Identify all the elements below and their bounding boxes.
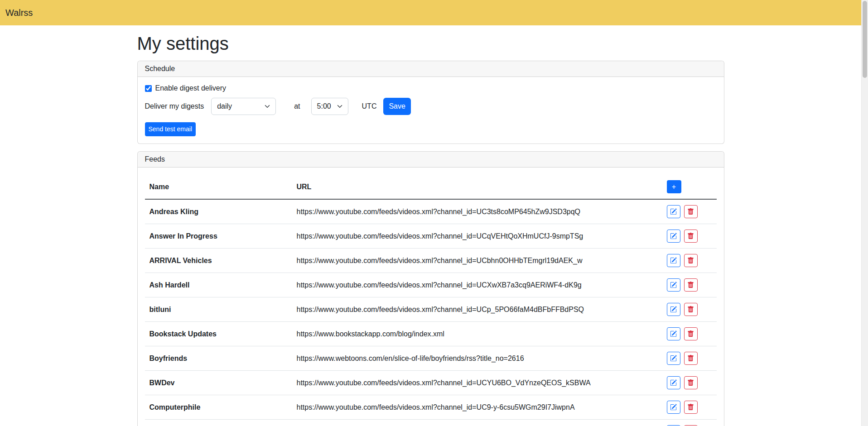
table-row: Fireship https://www.youtube.com/feeds/v… xyxy=(145,420,717,426)
feed-url: https://www.bookstackapp.com/blog/index.… xyxy=(292,322,662,346)
feed-url: https://www.youtube.com/feeds/videos.xml… xyxy=(292,420,662,426)
table-row: Answer In Progress https://www.youtube.c… xyxy=(145,224,717,249)
pencil-square-icon xyxy=(670,330,677,337)
table-row: Ash Hardell https://www.youtube.com/feed… xyxy=(145,273,717,297)
column-header-name: Name xyxy=(145,175,292,199)
deliver-label: Deliver my digests xyxy=(145,102,204,110)
enable-digest-label: Enable digest delivery xyxy=(155,84,227,92)
feed-url: https://www.youtube.com/feeds/videos.xml… xyxy=(292,224,662,249)
feed-url: https://www.youtube.com/feeds/videos.xml… xyxy=(292,249,662,273)
feed-actions xyxy=(662,346,717,371)
trash-icon xyxy=(687,257,694,264)
edit-feed-button[interactable] xyxy=(667,352,680,365)
table-row: ARRIVAL Vehicles https://www.youtube.com… xyxy=(145,249,717,273)
edit-feed-button[interactable] xyxy=(667,254,680,267)
table-row: Boyfriends https://www.webtoons.com/en/s… xyxy=(145,346,717,371)
feed-name: BWDev xyxy=(145,371,292,395)
column-header-url: URL xyxy=(292,175,662,199)
feed-url: https://www.youtube.com/feeds/videos.xml… xyxy=(292,297,662,322)
at-label: at xyxy=(294,102,300,110)
feed-url: https://www.youtube.com/feeds/videos.xml… xyxy=(292,371,662,395)
edit-feed-button[interactable] xyxy=(667,401,680,414)
pencil-square-icon xyxy=(670,233,677,239)
frequency-select[interactable]: daily xyxy=(211,98,276,115)
feed-name: bitluni xyxy=(145,297,292,322)
trash-icon xyxy=(687,306,694,313)
enable-digest-checkbox[interactable] xyxy=(145,85,152,92)
feed-name: Bookstack Updates xyxy=(145,322,292,346)
feed-actions xyxy=(662,249,717,273)
main-container: My settings Schedule Enable digest deliv… xyxy=(132,25,730,426)
feed-name: Answer In Progress xyxy=(145,224,292,249)
feeds-table-body: Andreas Kling https://www.youtube.com/fe… xyxy=(145,199,717,426)
time-select[interactable]: 5:00 xyxy=(311,98,348,115)
column-header-actions: + xyxy=(662,175,717,199)
edit-feed-button[interactable] xyxy=(667,230,680,243)
feeds-card-body: Name URL + Andreas Kling https://www.you… xyxy=(138,168,724,426)
feed-actions xyxy=(662,273,717,297)
feed-actions xyxy=(662,420,717,426)
delete-feed-button[interactable] xyxy=(684,327,698,340)
table-row: BWDev https://www.youtube.com/feeds/vide… xyxy=(145,371,717,395)
save-button[interactable]: Save xyxy=(383,98,410,115)
delete-feed-button[interactable] xyxy=(684,376,698,389)
send-test-email-button[interactable]: Send test email xyxy=(145,122,196,136)
delete-feed-button[interactable] xyxy=(684,278,698,292)
delete-feed-button[interactable] xyxy=(684,230,698,243)
pencil-square-icon xyxy=(670,404,677,411)
feed-actions xyxy=(662,371,717,395)
delete-feed-button[interactable] xyxy=(684,352,698,365)
delete-feed-button[interactable] xyxy=(684,303,698,316)
feeds-table: Name URL + Andreas Kling https://www.you… xyxy=(145,175,717,426)
pencil-square-icon xyxy=(670,282,677,288)
scrollbar-thumb[interactable] xyxy=(863,1,867,78)
edit-feed-button[interactable] xyxy=(667,376,680,389)
pencil-square-icon xyxy=(670,208,677,215)
brand-link[interactable]: Walrss xyxy=(5,8,33,18)
feed-name: Fireship xyxy=(145,420,292,426)
feeds-card: Feeds Name URL + Andreas Kling https://w xyxy=(137,151,724,426)
trash-icon xyxy=(687,208,694,215)
utc-label: UTC xyxy=(362,102,377,110)
edit-feed-button[interactable] xyxy=(667,278,680,292)
feed-actions xyxy=(662,322,717,346)
delete-feed-button[interactable] xyxy=(684,401,698,414)
table-row: bitluni https://www.youtube.com/feeds/vi… xyxy=(145,297,717,322)
pencil-square-icon xyxy=(670,306,677,313)
edit-feed-button[interactable] xyxy=(667,327,680,340)
edit-feed-button[interactable] xyxy=(667,303,680,316)
pencil-square-icon xyxy=(670,257,677,264)
time-selected-value: 5:00 xyxy=(317,102,331,110)
delete-feed-button[interactable] xyxy=(684,205,698,218)
feeds-table-header-row: Name URL + xyxy=(145,175,717,199)
trash-icon xyxy=(687,330,694,337)
feed-actions xyxy=(662,395,717,420)
delete-feed-button[interactable] xyxy=(684,254,698,267)
table-row: Computerphile https://www.youtube.com/fe… xyxy=(145,395,717,420)
trash-icon xyxy=(687,355,694,362)
add-feed-button[interactable]: + xyxy=(667,180,681,193)
schedule-card-header: Schedule xyxy=(138,61,724,77)
chevron-down-icon xyxy=(265,104,270,109)
trash-icon xyxy=(687,282,694,288)
feed-url: https://www.youtube.com/feeds/videos.xml… xyxy=(292,273,662,297)
feed-url: https://www.webtoons.com/en/slice-of-lif… xyxy=(292,346,662,371)
page: Walrss My settings Schedule Enable diges… xyxy=(0,0,861,426)
scrollbar-track[interactable] xyxy=(861,0,868,426)
chevron-down-icon xyxy=(337,104,342,109)
feed-actions xyxy=(662,297,717,322)
edit-feed-button[interactable] xyxy=(667,205,680,218)
feed-actions xyxy=(662,224,717,249)
feed-name: Computerphile xyxy=(145,395,292,420)
feed-name: Ash Hardell xyxy=(145,273,292,297)
table-row: Bookstack Updates https://www.bookstacka… xyxy=(145,322,717,346)
feed-url: https://www.youtube.com/feeds/videos.xml… xyxy=(292,395,662,420)
feeds-card-header: Feeds xyxy=(138,152,724,168)
pencil-square-icon xyxy=(670,355,677,362)
frequency-selected-value: daily xyxy=(217,102,232,110)
navbar: Walrss xyxy=(0,0,861,25)
feed-name: Andreas Kling xyxy=(145,199,292,224)
table-row: Andreas Kling https://www.youtube.com/fe… xyxy=(145,199,717,224)
feed-name: ARRIVAL Vehicles xyxy=(145,249,292,273)
page-title: My settings xyxy=(137,34,724,54)
